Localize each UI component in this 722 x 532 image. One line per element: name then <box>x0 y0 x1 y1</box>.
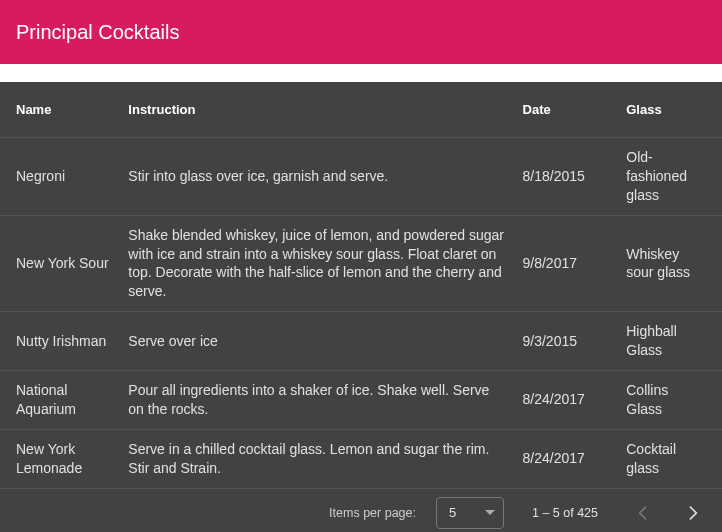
table-row[interactable]: National AquariumPour all ingredients in… <box>0 371 722 430</box>
cell-glass: Whiskey sour glass <box>618 215 722 312</box>
cell-name: Nutty Irishman <box>0 312 120 371</box>
header-gap <box>0 64 722 82</box>
cell-date: 9/3/2015 <box>515 312 619 371</box>
cell-glass: Cocktail glass <box>618 429 722 487</box>
paginator-prev-button[interactable] <box>626 497 658 529</box>
col-header-instruction[interactable]: Instruction <box>120 82 514 138</box>
paginator-next-button[interactable] <box>678 497 710 529</box>
col-header-glass[interactable]: Glass <box>618 82 722 138</box>
cell-instruction: Serve over ice <box>120 312 514 371</box>
cell-glass: Old-fashioned glass <box>618 138 722 216</box>
items-per-page-value: 5 <box>449 505 456 520</box>
cell-date: 9/8/2017 <box>515 215 619 312</box>
cell-date: 8/24/2017 <box>515 429 619 487</box>
cell-date: 8/18/2015 <box>515 138 619 216</box>
cocktails-table-container: Name Instruction Date Glass NegroniStir … <box>0 82 722 532</box>
app-header: Principal Cocktails <box>0 0 722 64</box>
cell-glass: Collins Glass <box>618 371 722 430</box>
cell-instruction: Shake blended whiskey, juice of lemon, a… <box>120 215 514 312</box>
cell-instruction: Stir into glass over ice, garnish and se… <box>120 138 514 216</box>
cell-glass: Highball Glass <box>618 312 722 371</box>
cocktails-table: Name Instruction Date Glass NegroniStir … <box>0 82 722 488</box>
table-row[interactable]: NegroniStir into glass over ice, garnish… <box>0 138 722 216</box>
items-per-page-label: Items per page: <box>329 506 416 520</box>
chevron-down-icon <box>485 510 495 515</box>
table-row[interactable]: New York LemonadeServe in a chilled cock… <box>0 429 722 487</box>
paginator-range-label: 1 – 5 of 425 <box>532 506 598 520</box>
table-row[interactable]: New York SourShake blended whiskey, juic… <box>0 215 722 312</box>
cell-instruction: Serve in a chilled cocktail glass. Lemon… <box>120 429 514 487</box>
cell-name: National Aquarium <box>0 371 120 430</box>
cell-instruction: Pour all ingredients into a shaker of ic… <box>120 371 514 430</box>
chevron-left-icon <box>637 506 647 520</box>
col-header-name[interactable]: Name <box>0 82 120 138</box>
cell-date: 8/24/2017 <box>515 371 619 430</box>
cell-name: Negroni <box>0 138 120 216</box>
table-row[interactable]: Nutty IrishmanServe over ice9/3/2015High… <box>0 312 722 371</box>
table-header-row: Name Instruction Date Glass <box>0 82 722 138</box>
items-per-page-select[interactable]: 5 <box>436 497 504 529</box>
paginator: Items per page: 5 1 – 5 of 425 <box>0 488 722 532</box>
col-header-date[interactable]: Date <box>515 82 619 138</box>
chevron-right-icon <box>689 506 699 520</box>
cell-name: New York Sour <box>0 215 120 312</box>
cell-name: New York Lemonade <box>0 429 120 487</box>
page-title: Principal Cocktails <box>16 21 179 44</box>
